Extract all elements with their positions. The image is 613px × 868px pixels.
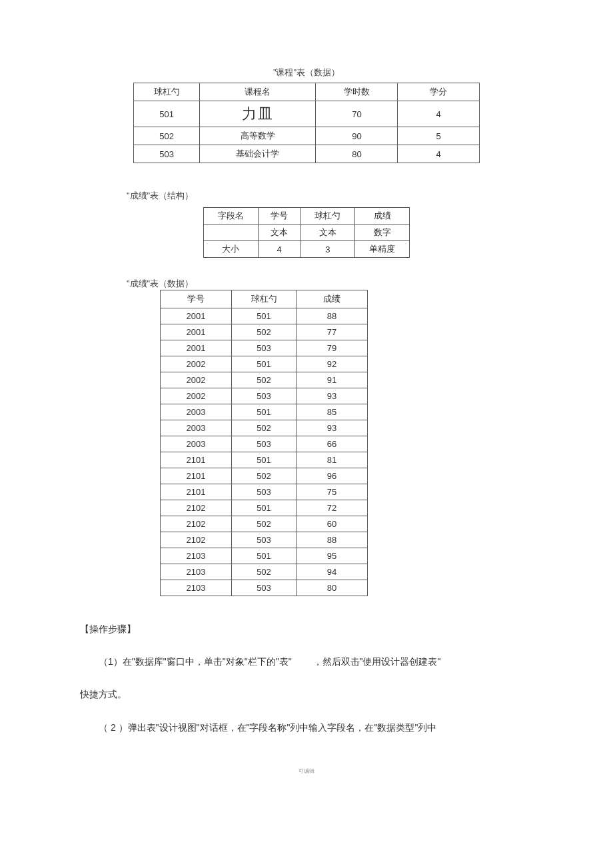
cell: 96 [297, 468, 368, 484]
table-row: 200350366 [161, 436, 368, 452]
table1-caption: "课程"表（数据） [80, 67, 533, 79]
score-structure-table: 字段名 学号 球杠勺 成绩 文本 文本 数字 大小 4 3 单精度 [203, 207, 410, 258]
cell: 2002 [161, 388, 232, 404]
cell: 90 [316, 127, 398, 145]
cell: 95 [297, 548, 368, 564]
cell: 2001 [161, 324, 232, 340]
cell: 501 [232, 308, 297, 324]
cell: 75 [297, 484, 368, 500]
cell: 77 [297, 324, 368, 340]
table-row: 200150379 [161, 340, 368, 356]
cell: 503 [232, 484, 297, 500]
cell: 501 [134, 101, 200, 127]
cell: 学分 [398, 83, 480, 101]
table-row: 200250393 [161, 388, 368, 404]
cell: 501 [232, 404, 297, 420]
cell: 501 [232, 452, 297, 468]
table-row: 200350185 [161, 404, 368, 420]
table-row: 210250172 [161, 500, 368, 516]
table-row: 210150181 [161, 452, 368, 468]
cell: 502 [232, 516, 297, 532]
cell: 94 [297, 564, 368, 580]
cell: 数字 [355, 224, 410, 241]
table-row: 大小 4 3 单精度 [204, 241, 410, 258]
table-row: 学号 球杠勺 成绩 [161, 290, 368, 308]
table-row: 501 力皿 70 4 [134, 101, 480, 127]
footer-note: 可编辑 [80, 767, 533, 775]
cell: 70 [316, 101, 398, 127]
cell: 球杠勺 [134, 83, 200, 101]
cell: 80 [297, 580, 368, 596]
cell: 2101 [161, 452, 232, 468]
cell: 503 [232, 532, 297, 548]
cell: 85 [297, 404, 368, 420]
cell: 球杠勺 [301, 208, 355, 224]
cell: 2003 [161, 436, 232, 452]
cell: 2102 [161, 516, 232, 532]
table-row: 200250291 [161, 372, 368, 388]
cell: 66 [297, 436, 368, 452]
course-data-table: 球杠勺 课程名 学时数 学分 501 力皿 70 4 502 高等数学 90 5… [133, 83, 480, 163]
cell: 503 [232, 436, 297, 452]
table-row: 210150375 [161, 484, 368, 500]
cell: 81 [297, 452, 368, 468]
cell: 93 [297, 388, 368, 404]
table-row: 200350293 [161, 420, 368, 436]
cell [204, 224, 259, 241]
cell: 成绩 [297, 290, 368, 308]
cell: 2003 [161, 420, 232, 436]
cell: 80 [316, 145, 398, 163]
cell: 2002 [161, 372, 232, 388]
cell: 501 [232, 500, 297, 516]
cell: 2001 [161, 340, 232, 356]
table-row: 210150296 [161, 468, 368, 484]
cell: 91 [297, 372, 368, 388]
table-row: 字段名 学号 球杠勺 成绩 [204, 208, 410, 224]
step-1-cont: 快捷方式。 [80, 681, 533, 707]
cell: 大小 [204, 241, 259, 258]
cell: 文本 [301, 224, 355, 241]
cell: 2103 [161, 580, 232, 596]
cell: 502 [134, 127, 200, 145]
table-row: 210250260 [161, 516, 368, 532]
cell: 球杠勺 [232, 290, 297, 308]
cell: 3 [301, 241, 355, 258]
cell: 2102 [161, 500, 232, 516]
table-row: 503 基础会计学 80 4 [134, 145, 480, 163]
table-row: 文本 文本 数字 [204, 224, 410, 241]
table-row: 210350294 [161, 564, 368, 580]
table-row: 210350380 [161, 580, 368, 596]
cell: 92 [297, 356, 368, 372]
cell: 502 [232, 372, 297, 388]
cell: 2103 [161, 564, 232, 580]
cell: 2002 [161, 356, 232, 372]
cell: 88 [297, 308, 368, 324]
cell: 503 [232, 580, 297, 596]
table-row: 球杠勺 课程名 学时数 学分 [134, 83, 480, 101]
cell: 字段名 [204, 208, 259, 224]
cell: 502 [232, 468, 297, 484]
cell: 5 [398, 127, 480, 145]
table-row: 210250388 [161, 532, 368, 548]
cell: 单精度 [355, 241, 410, 258]
instructions-block: 【操作步骤】 （1）在"数据库"窗口中，单击"对象"栏下的"表" ，然后双击"使… [80, 616, 533, 741]
cell: 成绩 [355, 208, 410, 224]
cell: 2003 [161, 404, 232, 420]
cell: 学时数 [316, 83, 398, 101]
step-2-line: （ 2 ）弹出表"设计视图"对话框，在"字段名称"列中输入字段名，在"数据类型"… [80, 715, 533, 741]
cell: 79 [297, 340, 368, 356]
instructions-heading: 【操作步骤】 [80, 616, 533, 642]
table2-caption: "成绩"表（结构） [127, 190, 533, 202]
cell: 学号 [258, 208, 301, 224]
cell: 2101 [161, 484, 232, 500]
cell: 503 [134, 145, 200, 163]
cell: 2101 [161, 468, 232, 484]
cell: 高等数学 [200, 127, 316, 145]
cell: 2001 [161, 308, 232, 324]
cell: 93 [297, 420, 368, 436]
table3-caption: "成绩"表（数据） [127, 278, 193, 290]
cell: 4 [258, 241, 301, 258]
cell: 501 [232, 356, 297, 372]
cell: 503 [232, 388, 297, 404]
table-row: 200150277 [161, 324, 368, 340]
